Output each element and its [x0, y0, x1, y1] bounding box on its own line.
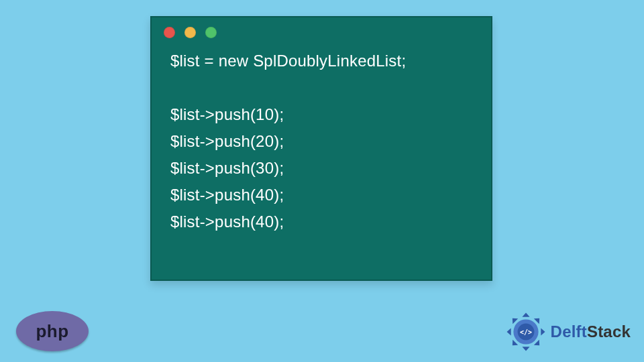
php-ellipse-icon: php	[16, 311, 89, 351]
svg-marker-1	[533, 316, 541, 324]
svg-marker-2	[541, 328, 545, 335]
close-icon	[164, 27, 175, 38]
code-line: $list->push(40);	[170, 182, 472, 208]
svg-marker-0	[522, 312, 529, 316]
delftstack-label: DelftStack	[551, 322, 631, 341]
canvas: $list = new SplDoublyLinkedList; $list->…	[0, 0, 644, 362]
minimize-icon	[184, 27, 196, 38]
window-titlebar	[152, 17, 491, 44]
code-line: $list->push(20);	[170, 128, 472, 155]
code-window: $list = new SplDoublyLinkedList; $list->…	[150, 16, 492, 281]
svg-marker-6	[506, 328, 511, 335]
code-line: $list = new SplDoublyLinkedList;	[170, 48, 472, 74]
delftstack-gear-icon: </>	[505, 311, 547, 353]
svg-marker-5	[509, 340, 517, 348]
delft-text-part1: Delft	[551, 322, 587, 341]
delftstack-logo: </> DelftStack	[505, 311, 631, 353]
maximize-icon	[205, 27, 217, 38]
code-line: $list->push(10);	[170, 101, 472, 128]
code-area: $list = new SplDoublyLinkedList; $list->…	[152, 44, 491, 249]
php-logo: php	[16, 311, 89, 351]
code-line: $list->push(40);	[170, 208, 472, 235]
svg-marker-3	[533, 340, 541, 348]
svg-text:</>: </>	[520, 328, 532, 336]
svg-marker-7	[509, 316, 517, 324]
php-label: php	[36, 321, 68, 342]
delft-text-part2: Stack	[587, 322, 631, 341]
code-blank-line	[170, 74, 472, 101]
code-line: $list->push(30);	[170, 155, 472, 182]
svg-marker-4	[522, 347, 529, 351]
